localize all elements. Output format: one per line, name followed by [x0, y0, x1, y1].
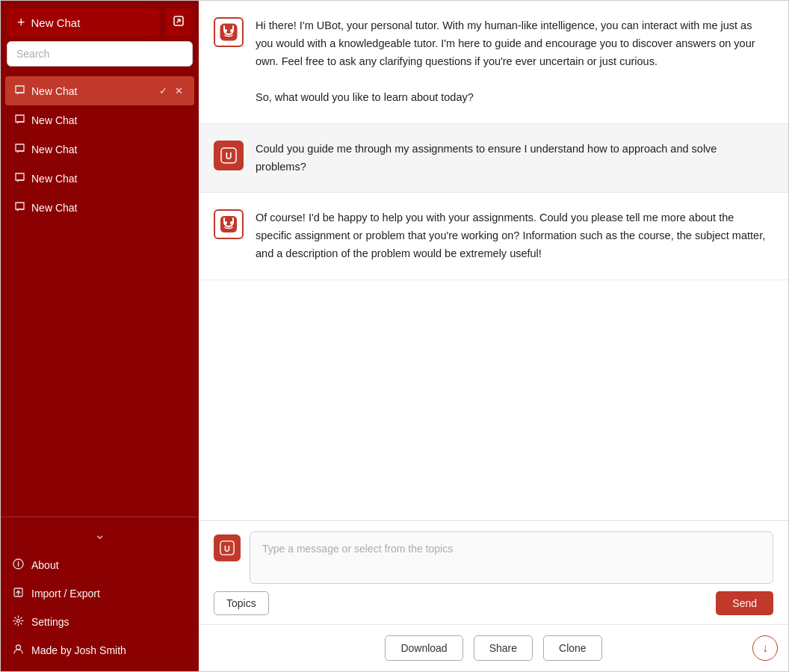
- chat-icon: [14, 143, 25, 156]
- new-chat-main-label: New Chat: [31, 16, 81, 29]
- chat-label: New Chat: [31, 144, 185, 155]
- bot-avatar: [214, 209, 244, 239]
- svg-text:U: U: [224, 544, 230, 553]
- sidebar-item-settings[interactable]: Settings: [5, 608, 194, 635]
- settings-icon: [13, 615, 24, 629]
- chat-label: New Chat: [31, 202, 185, 214]
- chat-label: New Chat: [31, 173, 185, 185]
- share-button[interactable]: Share: [474, 635, 533, 661]
- chat-list-item[interactable]: New Chat: [5, 106, 194, 135]
- footer-actions: Download Share Clone ↓: [199, 624, 788, 671]
- svg-rect-5: [220, 24, 237, 40]
- info-icon: [13, 558, 24, 572]
- search-input[interactable]: [7, 41, 193, 67]
- sidebar-bottom: About Import / Export Settings: [1, 549, 199, 671]
- download-button[interactable]: Download: [385, 635, 462, 661]
- collapse-button[interactable]: ⌄: [88, 525, 111, 544]
- main-content: Hi there! I'm UBot, your personal tutor.…: [199, 1, 788, 671]
- user-icon: [13, 644, 24, 657]
- chat-list-item[interactable]: New Chat: [5, 135, 194, 164]
- made-by-label: Made by Josh Smith: [31, 644, 126, 656]
- svg-point-4: [16, 645, 21, 650]
- input-row: U: [214, 531, 773, 584]
- message-block: Of course! I'd be happy to help you with…: [199, 193, 788, 280]
- bot-avatar: [214, 17, 244, 47]
- chat-icon: [14, 84, 25, 98]
- input-buttons-row: Topics Send: [214, 591, 773, 615]
- rename-chat-button[interactable]: ✓: [157, 84, 170, 98]
- chat-label: New Chat: [31, 114, 185, 126]
- svg-text:U: U: [226, 151, 232, 161]
- export-icon: [173, 15, 185, 30]
- chat-label: New Chat: [31, 85, 151, 97]
- collapse-row: ⌄: [1, 520, 199, 549]
- clone-button[interactable]: Clone: [543, 635, 602, 661]
- chat-icon: [14, 172, 25, 185]
- chat-list-item[interactable]: New Chat: [5, 164, 194, 193]
- sidebar: + New Chat New Cha: [1, 1, 199, 671]
- chat-list: New Chat ✓ ✕ New Chat New: [1, 73, 199, 514]
- delete-chat-button[interactable]: ✕: [173, 84, 185, 98]
- message-text: Could you guide me through my assignment…: [256, 141, 766, 176]
- about-label: About: [31, 559, 59, 571]
- send-button[interactable]: Send: [716, 591, 773, 615]
- input-area: U Topics Send: [199, 520, 788, 624]
- sidebar-item-made-by[interactable]: Made by Josh Smith: [5, 637, 194, 664]
- export-button[interactable]: [164, 8, 193, 37]
- new-chat-main-button[interactable]: + New Chat: [7, 8, 160, 37]
- message-block: U Could you guide me through my assignme…: [199, 124, 788, 194]
- sidebar-divider: [1, 517, 199, 517]
- svg-point-3: [17, 620, 20, 623]
- sidebar-top: + New Chat: [1, 1, 199, 73]
- import-export-icon: [13, 587, 24, 600]
- messages-area: Hi there! I'm UBot, your personal tutor.…: [199, 1, 788, 520]
- chat-list-item[interactable]: New Chat ✓ ✕: [5, 76, 194, 105]
- chat-list-item[interactable]: New Chat: [5, 194, 194, 222]
- message-text: Of course! I'd be happy to help you with…: [256, 209, 766, 263]
- message-text: Hi there! I'm UBot, your personal tutor.…: [256, 17, 766, 107]
- chevron-down-icon: ↓: [762, 641, 768, 655]
- message-block: Hi there! I'm UBot, your personal tutor.…: [199, 1, 788, 124]
- sidebar-item-import-export[interactable]: Import / Export: [5, 580, 194, 607]
- chat-icon: [14, 114, 25, 127]
- sidebar-item-about[interactable]: About: [5, 552, 194, 579]
- message-input[interactable]: [250, 531, 773, 584]
- import-export-label: Import / Export: [31, 588, 100, 599]
- user-avatar: U: [214, 141, 244, 170]
- topics-button[interactable]: Topics: [214, 591, 269, 615]
- svg-rect-11: [220, 216, 237, 232]
- chat-item-actions: ✓ ✕: [157, 84, 185, 98]
- scroll-down-button[interactable]: ↓: [752, 635, 778, 661]
- chat-icon: [14, 201, 25, 215]
- new-chat-top-row: + New Chat: [7, 8, 193, 37]
- settings-label: Settings: [31, 616, 69, 628]
- input-user-avatar: U: [214, 534, 241, 561]
- plus-icon: +: [17, 16, 25, 29]
